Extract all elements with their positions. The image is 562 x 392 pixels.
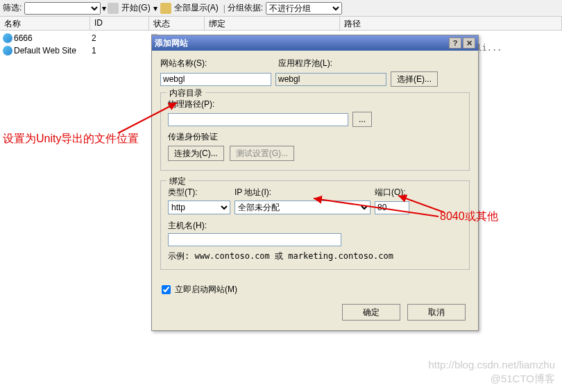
ip-label: IP 地址(I): [235, 187, 375, 198]
col-name[interactable]: 名称 [0, 17, 90, 30]
port-input[interactable] [375, 201, 409, 214]
type-select[interactable]: http [168, 201, 230, 214]
type-label: 类型(T): [168, 187, 235, 198]
annotation-port: 8040或其他 [440, 210, 498, 224]
start-button[interactable]: 开始(G) [121, 2, 150, 14]
add-website-dialog: 添加网站 ? ✕ 网站名称(S): 应用程序池(L): 选择(E)... 内容目… [151, 35, 479, 331]
binding-legend: 绑定 [167, 176, 189, 187]
app-pool-label: 应用程序池(L): [278, 58, 396, 69]
filter-toolbar: 筛选: ▾ 开始(G) ▾ 全部显示(A) | 分组依据: 不进行分组 [0, 0, 562, 17]
groupby-label: 分组依据: [228, 2, 263, 14]
close-button[interactable]: ✕ [463, 37, 475, 49]
watermark: http://blog.csdn.net/liamzhu @51CTO博客 [428, 358, 555, 385]
go-icon [108, 3, 119, 14]
autostart-label: 立即启动网站(M) [175, 284, 237, 296]
globe-icon [3, 33, 12, 43]
binding-fieldset: 绑定 类型(T): IP 地址(I): 端口(O): http 全部未分配 主机… [160, 180, 470, 270]
ok-button[interactable]: 确定 [342, 304, 400, 321]
col-id[interactable]: ID [90, 17, 149, 30]
autostart-checkbox[interactable] [162, 285, 171, 294]
help-button[interactable]: ? [449, 37, 461, 49]
groupby-select[interactable]: 不进行分组 [266, 2, 342, 15]
showall-button[interactable]: 全部显示(A) [174, 2, 219, 14]
filter-select[interactable] [24, 2, 101, 15]
host-example: 示例: www.contoso.com 或 marketing.contoso.… [168, 250, 462, 262]
annotation-unity: 设置为Unity导出的文件位置 [3, 132, 139, 146]
test-settings-button: 测试设置(G)... [230, 146, 294, 161]
select-pool-button[interactable]: 选择(E)... [391, 71, 438, 87]
col-status[interactable]: 状态 [149, 17, 205, 30]
port-label: 端口(O): [375, 187, 406, 198]
physical-path-input[interactable] [168, 113, 348, 126]
app-pool-input [275, 73, 386, 86]
dialog-title: 添加网站 [155, 37, 188, 49]
content-fieldset: 内容目录 物理路径(P): ... 传递身份验证 连接为(C)... 测试设置(… [160, 92, 470, 171]
browse-button[interactable]: ... [352, 112, 372, 127]
site-name-input[interactable] [160, 73, 271, 86]
host-label: 主机名(H): [168, 220, 462, 232]
globe-icon [3, 46, 12, 56]
host-input[interactable] [168, 233, 341, 246]
showall-icon [160, 3, 171, 14]
filter-label: 筛选: [3, 2, 22, 14]
dropdown-icon[interactable]: ▾ [153, 3, 157, 13]
auth-label: 传递身份验证 [168, 131, 462, 143]
col-path[interactable]: 路径 [340, 17, 562, 30]
ip-select[interactable]: 全部未分配 [235, 201, 371, 214]
site-name-label: 网站名称(S): [160, 58, 278, 69]
content-legend: 内容目录 [167, 87, 205, 99]
col-bind[interactable]: 绑定 [205, 17, 340, 30]
connect-as-button[interactable]: 连接为(C)... [168, 146, 224, 161]
cancel-button[interactable]: 取消 [407, 304, 466, 321]
dialog-titlebar[interactable]: 添加网站 ? ✕ [152, 35, 478, 51]
physical-path-label: 物理路径(P): [168, 99, 462, 110]
column-headers: 名称 ID 状态 绑定 路径 [0, 17, 562, 31]
